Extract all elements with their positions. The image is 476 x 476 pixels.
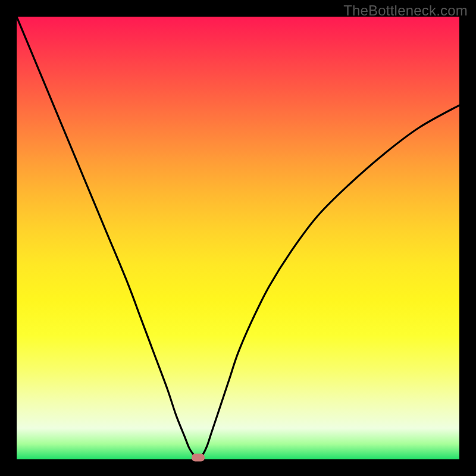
chart-frame: TheBottleneck.com: [0, 0, 476, 476]
vertex-marker: [192, 454, 205, 462]
plot-area: [17, 17, 459, 459]
bottleneck-curve: [17, 17, 459, 459]
